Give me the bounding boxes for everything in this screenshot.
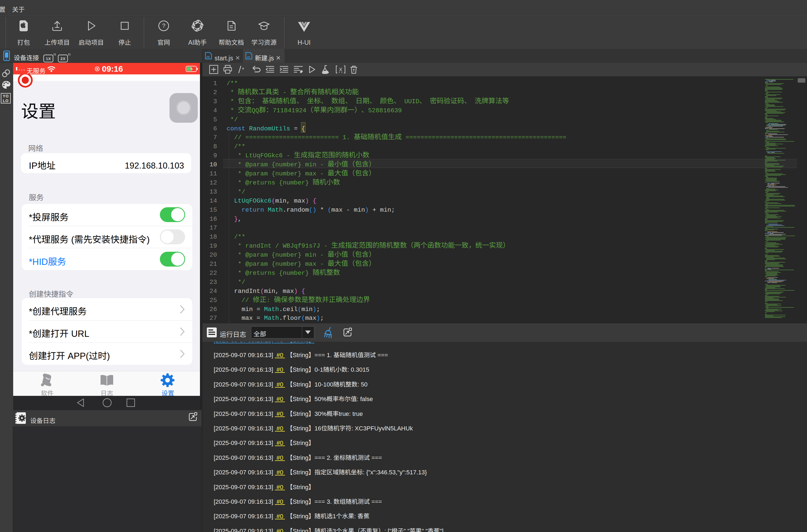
- svg-text:X: X: [339, 67, 343, 73]
- svg-text:JS: JS: [206, 55, 209, 59]
- svg-text:JS: JS: [246, 55, 250, 59]
- svg-text:1X: 1X: [46, 56, 51, 61]
- svg-text:?: ?: [162, 22, 165, 29]
- svg-text:*: *: [242, 66, 244, 73]
- svg-text:2X: 2X: [60, 56, 66, 61]
